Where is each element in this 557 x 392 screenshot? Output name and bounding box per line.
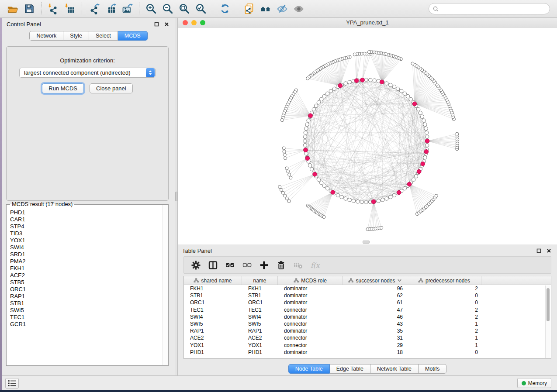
memory-button[interactable]: Memory (517, 378, 551, 388)
table-cell[interactable]: RAP1 (242, 328, 278, 334)
tab-node-table[interactable]: Node Table (288, 364, 330, 374)
run-mcds-button[interactable]: Run MCDS (42, 83, 84, 93)
mcds-result-item[interactable]: ACE2 (10, 272, 162, 279)
tab-select[interactable]: Select (89, 31, 118, 41)
add-column-icon[interactable] (256, 258, 271, 272)
tab-network[interactable]: Network (29, 31, 63, 41)
table-cell[interactable]: 43 (343, 321, 407, 327)
deselect-all-icon[interactable] (239, 258, 254, 272)
zoom-out-icon[interactable] (161, 2, 175, 16)
mcds-result-item[interactable]: PMA2 (10, 258, 162, 265)
tab-edge-table[interactable]: Edge Table (330, 364, 370, 374)
export-table-icon[interactable] (104, 2, 118, 16)
delete-column-icon[interactable] (273, 258, 288, 272)
table-cell[interactable]: YOX1 (184, 342, 242, 348)
table-cell[interactable]: PHD1 (242, 349, 278, 355)
export-image-icon[interactable] (120, 2, 134, 16)
mcds-result-item[interactable]: FKH1 (10, 265, 162, 272)
mcds-result-item[interactable]: ORC1 (10, 286, 162, 293)
task-history-button[interactable] (5, 378, 19, 389)
table-cell[interactable]: SWI4 (242, 314, 278, 320)
table-cell[interactable]: ACE2 (242, 335, 278, 341)
search-input[interactable] (441, 5, 546, 13)
table-cell[interactable]: 62 (343, 292, 407, 299)
table-cell[interactable]: 1 (407, 342, 481, 348)
table-cell[interactable]: TEC1 (184, 307, 242, 313)
table-cell[interactable]: dominator (278, 292, 343, 299)
tab-network-table[interactable]: Network Table (370, 364, 419, 374)
table-cell[interactable]: 96 (343, 285, 407, 292)
export-network-icon[interactable] (87, 2, 101, 16)
table-cell[interactable]: TEC1 (242, 307, 278, 313)
table-cell[interactable]: 2 (407, 314, 481, 320)
table-cell[interactable]: 2 (407, 328, 481, 334)
close-panel-icon[interactable] (163, 21, 170, 28)
table-cell[interactable]: dominator (278, 314, 343, 320)
tab-mcds[interactable]: MCDS (118, 31, 148, 41)
mcds-result-item[interactable]: TID3 (10, 230, 162, 237)
table-cell[interactable]: connector (278, 321, 343, 327)
mcds-result-item[interactable]: SWI4 (10, 244, 162, 251)
table-scrollbar-thumb[interactable] (547, 288, 550, 321)
table-cell[interactable]: STB1 (242, 292, 278, 299)
import-table-icon[interactable] (63, 2, 77, 16)
mcds-list-scrollbar[interactable] (163, 205, 168, 365)
zoom-fit-icon[interactable] (177, 2, 191, 16)
table-cell[interactable]: 46 (343, 314, 407, 320)
table-cell[interactable]: connector (278, 342, 343, 348)
table-cell[interactable]: dominator (278, 285, 343, 292)
table-row[interactable]: SWI4SWI4dominator462 (184, 313, 551, 320)
tab-style[interactable]: Style (63, 31, 89, 41)
table-cell[interactable]: FKH1 (242, 285, 278, 292)
table-cell[interactable]: 2 (407, 285, 481, 292)
table-cell[interactable]: 0 (407, 292, 481, 299)
table-cell[interactable]: YOX1 (242, 342, 278, 348)
column-header-name[interactable]: name (242, 276, 278, 285)
table-cell[interactable]: ORC1 (184, 299, 242, 306)
table-row[interactable]: STB1STB1dominator620 (184, 292, 551, 299)
table-cell[interactable]: 2 (407, 307, 481, 313)
criterion-dropdown[interactable]: largest connected component (undirected) (19, 68, 156, 78)
table-cell[interactable]: 0 (407, 349, 481, 355)
table-cell[interactable]: dominator (278, 349, 343, 355)
table-row[interactable]: RAP1RAP1dominator352 (184, 327, 551, 334)
mcds-result-item[interactable]: TEC1 (10, 314, 162, 321)
vertical-splitter-grip[interactable] (175, 192, 177, 201)
split-panel-icon[interactable] (205, 258, 220, 272)
refresh-icon[interactable] (218, 2, 232, 16)
vertical-splitter[interactable] (175, 18, 178, 375)
table-cell[interactable]: 35 (343, 328, 407, 334)
column-header-predecessor-nodes[interactable]: predecessor nodes (407, 276, 481, 285)
table-cell[interactable]: FKH1 (184, 285, 242, 292)
table-cell[interactable]: RAP1 (184, 328, 242, 334)
mcds-result-item[interactable]: STB1 (10, 300, 162, 307)
eye-icon[interactable] (292, 2, 306, 16)
mcds-result-item[interactable]: RAP1 (10, 293, 162, 300)
column-header-MCDS-role[interactable]: MCDS role (278, 276, 343, 285)
table-cell[interactable]: connector (278, 307, 343, 313)
table-row[interactable]: YOX1YOX1connector291 (184, 342, 551, 349)
network-document-icon[interactable] (242, 2, 256, 16)
mcds-result-item[interactable]: STP4 (10, 223, 162, 230)
table-cell[interactable]: 0 (407, 299, 481, 306)
zoom-selected-icon[interactable] (194, 2, 208, 16)
mcds-result-item[interactable]: GCR1 (10, 321, 162, 328)
open-session-icon[interactable] (6, 2, 20, 16)
table-cell[interactable]: dominator (278, 328, 343, 334)
table-cell[interactable]: 61 (343, 299, 407, 306)
table-cell[interactable]: SWI5 (184, 321, 242, 327)
table-cell[interactable]: 47 (343, 307, 407, 313)
table-cell[interactable]: 31 (343, 335, 407, 341)
close-table-panel-icon[interactable] (546, 248, 552, 254)
table-row[interactable]: FKH1FKH1dominator962 (184, 285, 551, 292)
table-cell[interactable]: 18 (343, 349, 407, 355)
table-row[interactable]: ORC1ORC1dominator610 (184, 299, 551, 306)
tab-motifs[interactable]: Motifs (419, 364, 446, 374)
horizontal-splitter-grip[interactable] (363, 241, 370, 244)
float-table-panel-icon[interactable] (536, 248, 542, 254)
float-panel-icon[interactable] (153, 21, 159, 28)
eye-slash-icon[interactable] (275, 2, 289, 16)
table-cell[interactable]: STB1 (184, 292, 242, 299)
zoom-in-icon[interactable] (144, 2, 158, 16)
mcds-result-item[interactable]: YOX1 (10, 237, 162, 244)
